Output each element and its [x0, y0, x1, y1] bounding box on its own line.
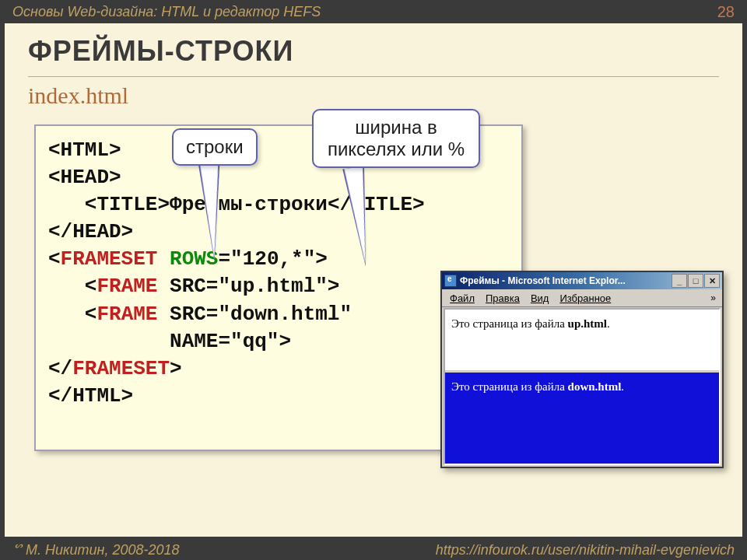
menu-file[interactable]: Файл	[445, 291, 479, 306]
browser-window: Фреймы - Microsoft Internet Explor... _ …	[440, 271, 724, 468]
down-filename: down.html	[568, 380, 622, 393]
maximize-button[interactable]: □	[688, 274, 703, 288]
minimize-button[interactable]: _	[672, 274, 687, 288]
menu-overflow[interactable]: »	[707, 291, 719, 305]
browser-viewport: Это страница из файла up.html. Это стран…	[444, 308, 721, 465]
close-button[interactable]: ✕	[704, 274, 720, 288]
course-title: Основы Web-дизайна: HTML и редактор HEFS	[12, 4, 321, 20]
menu-view[interactable]: Вид	[526, 291, 554, 306]
menu-favorites[interactable]: Избранное	[555, 291, 615, 306]
author-credit: ᔥ М. Никитин, 2008-2018	[12, 541, 180, 558]
menu-edit[interactable]: Правка	[481, 291, 524, 306]
down-text: Это страница из файла	[451, 380, 568, 393]
callout-width: ширина в пикселях или %	[312, 109, 480, 168]
browser-titlebar[interactable]: Фреймы - Microsoft Internet Explor... _ …	[442, 272, 722, 289]
title-divider	[28, 76, 719, 77]
window-controls: _ □ ✕	[672, 274, 720, 288]
page-number: 28	[717, 3, 735, 21]
browser-title: Фреймы - Microsoft Internet Explor...	[460, 275, 672, 286]
frame-up: Это страница из файла up.html.	[445, 310, 719, 373]
slide-header: Основы Web-дизайна: HTML и редактор HEFS…	[5, 2, 742, 22]
callout-rows: строки	[172, 128, 258, 166]
slide-title: ФРЕЙМЫ-СТРОКИ	[28, 35, 293, 68]
up-text: Это страница из файла	[451, 317, 568, 330]
frame-down: Это страница из файла down.html.	[445, 373, 719, 464]
browser-menubar: Файл Правка Вид Избранное »	[442, 289, 722, 307]
filename-subtitle: index.html	[28, 82, 128, 109]
slide: Основы Web-дизайна: HTML и редактор HEFS…	[0, 0, 747, 560]
slide-footer: ᔥ М. Никитин, 2008-2018 https://infourok…	[5, 541, 742, 558]
ie-icon	[444, 275, 457, 287]
up-filename: up.html	[568, 317, 607, 330]
source-url: https://infourok.ru/user/nikitin-mihail-…	[436, 542, 735, 558]
